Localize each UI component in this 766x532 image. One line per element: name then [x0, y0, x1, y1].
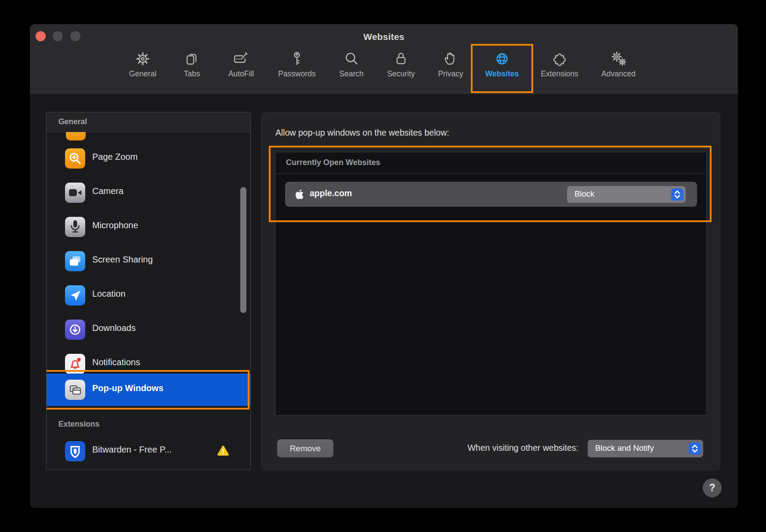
page-zoom-icon — [65, 148, 85, 169]
help-button[interactable]: ? — [703, 478, 722, 497]
preferences-window: Websites General Tabs — [30, 24, 738, 508]
other-websites-policy-dropdown[interactable]: Block and Notify — [588, 440, 703, 457]
gears-icon — [608, 49, 629, 69]
tab-label: Extensions — [532, 69, 587, 79]
notifications-icon — [65, 354, 85, 374]
bitwarden-icon — [65, 441, 85, 461]
sidebar-item-label: Bitwarden - Free P... — [92, 445, 172, 455]
dropdown-chevrons-icon — [689, 442, 701, 455]
site-policy-value: Block — [574, 189, 594, 199]
site-policy-dropdown[interactable]: Block — [567, 186, 686, 203]
tab-label: General — [116, 69, 170, 79]
tab-tabs[interactable]: Tabs — [165, 49, 219, 79]
dropdown-chevrons-icon — [671, 188, 683, 201]
tab-label: Advanced — [591, 69, 646, 79]
site-row-apple[interactable]: apple.com Block — [285, 182, 697, 207]
sidebar: General Page Zoom Camera — [46, 112, 251, 470]
pop-up-windows-panel: Allow pop-up windows on the websites bel… — [261, 112, 720, 470]
tab-label: Websites — [475, 69, 529, 79]
tab-search[interactable]: Search — [324, 49, 379, 79]
scrolled-item-partial-icon — [66, 132, 86, 140]
tab-passwords[interactable]: Passwords — [270, 49, 324, 79]
key-icon — [287, 49, 307, 69]
tab-label: Privacy — [423, 69, 478, 79]
sidebar-item-label: Downloads — [92, 323, 136, 333]
sidebar-item-location[interactable]: Location — [47, 279, 250, 312]
other-websites-label: When visiting other websites: — [467, 443, 578, 453]
tab-privacy[interactable]: Privacy — [423, 49, 478, 79]
pop-up-windows-icon — [65, 380, 85, 400]
websites-table: Currently Open Websites apple.com Block — [275, 152, 707, 416]
table-header-label: Currently Open Websites — [286, 158, 380, 167]
downloads-icon — [65, 320, 85, 340]
tab-autofill[interactable]: AutoFill — [214, 49, 268, 79]
sidebar-item-microphone[interactable]: Microphone — [47, 211, 250, 243]
lock-icon — [391, 49, 411, 69]
sidebar-item-label: Page Zoom — [92, 152, 137, 162]
sidebar-scrollbar-thumb[interactable] — [240, 187, 246, 313]
remove-button[interactable]: Remove — [277, 439, 333, 457]
warning-icon — [217, 445, 229, 457]
tab-advanced[interactable]: Advanced — [591, 49, 646, 79]
camera-icon — [65, 183, 85, 203]
sidebar-item-label: Pop-up Windows — [92, 383, 163, 393]
sidebar-item-label: Notifications — [92, 357, 140, 367]
tab-label: Passwords — [270, 69, 324, 79]
sidebar-item-downloads[interactable]: Downloads — [47, 313, 250, 346]
sidebar-item-screen-sharing[interactable]: Screen Sharing — [47, 245, 250, 277]
tab-label: AutoFill — [214, 69, 268, 79]
sidebar-item-bitwarden[interactable]: Bitwarden - Free P... — [47, 435, 250, 467]
section-label: General — [58, 117, 87, 126]
sidebar-item-pop-up-windows[interactable]: Pop-up Windows — [47, 374, 250, 406]
sidebar-item-page-zoom[interactable]: Page Zoom — [47, 142, 250, 175]
screen: { "window": { "title": "Websites" }, "to… — [0, 0, 766, 532]
sidebar-item-label: Microphone — [92, 220, 138, 230]
window-chrome: Websites General Tabs — [30, 24, 738, 95]
microphone-icon — [65, 217, 85, 237]
panel-heading: Allow pop-up windows on the websites bel… — [275, 128, 449, 138]
tab-label: Tabs — [165, 69, 219, 79]
puzzle-icon — [549, 49, 570, 69]
location-arrow-icon — [65, 285, 85, 306]
sidebar-item-label: Camera — [92, 186, 123, 196]
sidebar-section-general: General — [47, 112, 250, 132]
sidebar-section-extensions: Extensions — [58, 420, 99, 429]
sidebar-item-label: Screen Sharing — [92, 255, 153, 265]
apple-logo-icon — [295, 188, 304, 200]
hand-icon — [441, 49, 461, 69]
screen-sharing-icon — [65, 251, 85, 271]
globe-icon — [492, 49, 512, 69]
tab-security[interactable]: Security — [374, 49, 428, 79]
search-icon — [341, 49, 361, 69]
table-header: Currently Open Websites — [275, 152, 706, 174]
other-websites-policy-value: Block and Notify — [595, 443, 654, 453]
tab-label: Search — [324, 69, 379, 79]
tab-extensions[interactable]: Extensions — [532, 49, 587, 79]
site-domain: apple.com — [310, 188, 352, 198]
tab-general[interactable]: General — [116, 49, 170, 79]
tabs-icon — [182, 49, 202, 69]
sidebar-item-label: Location — [92, 289, 126, 299]
window-title: Websites — [30, 32, 738, 42]
tab-websites[interactable]: Websites — [475, 49, 529, 79]
autofill-icon — [231, 49, 251, 69]
tab-label: Security — [374, 69, 428, 79]
gear-icon — [133, 49, 153, 69]
sidebar-item-camera[interactable]: Camera — [47, 176, 250, 209]
